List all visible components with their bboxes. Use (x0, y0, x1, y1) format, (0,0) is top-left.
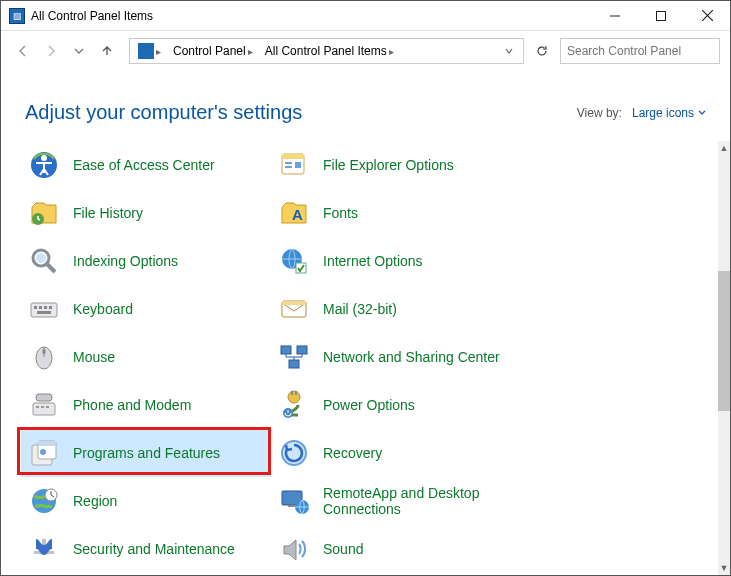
cp-item-programs[interactable]: Programs and Features (21, 429, 271, 477)
cp-item-power[interactable]: Power Options (271, 381, 521, 429)
cp-item-phone-modem[interactable]: Phone and Modem (21, 381, 271, 429)
minimize-button[interactable] (592, 1, 638, 30)
control-panel-root-icon (138, 43, 154, 59)
titlebar: ▧ All Control Panel Items (1, 1, 730, 31)
breadcrumb-control-panel[interactable]: Control Panel ▸ (169, 42, 257, 60)
cp-item-label: Mail (32-bit) (323, 301, 397, 317)
sound-icon (277, 532, 311, 566)
svg-rect-35 (41, 406, 44, 408)
phone-modem-icon (27, 388, 61, 422)
svg-rect-32 (33, 403, 55, 415)
cp-item-label: Phone and Modem (73, 397, 191, 413)
cp-item-label: RemoteApp and Desktop Connections (323, 485, 515, 517)
cp-item-file-explorer-options[interactable]: File Explorer Options (271, 141, 521, 189)
mouse-icon (27, 340, 61, 374)
cp-item-region[interactable]: Region (21, 477, 271, 525)
cp-item-label: Power Options (323, 397, 415, 413)
svg-rect-29 (281, 346, 291, 354)
close-button[interactable] (684, 1, 730, 30)
vertical-scrollbar[interactable]: ▲ ▼ (718, 141, 730, 575)
cp-item-label: Fonts (323, 205, 358, 221)
svg-rect-39 (295, 391, 297, 395)
up-button[interactable] (95, 39, 119, 63)
cp-item-network[interactable]: Network and Sharing Center (271, 333, 521, 381)
svg-rect-7 (282, 154, 304, 159)
scrollbar-thumb[interactable] (718, 271, 730, 411)
svg-text:A: A (292, 206, 303, 223)
search-box[interactable] (560, 38, 720, 64)
keyboard-icon (27, 292, 61, 326)
cp-item-mail[interactable]: Mail (32-bit) (271, 285, 521, 333)
view-by-value: Large icons (632, 106, 694, 120)
chevron-right-icon: ▸ (389, 46, 394, 57)
back-button[interactable] (11, 39, 35, 63)
security-icon (27, 532, 61, 566)
svg-rect-23 (37, 311, 51, 314)
svg-rect-8 (285, 162, 292, 164)
control-panel-icon: ▧ (9, 8, 25, 24)
svg-line-14 (47, 264, 55, 272)
svg-rect-20 (39, 306, 42, 309)
page-title: Adjust your computer's settings (25, 101, 302, 124)
cp-item-sound[interactable]: Sound (271, 525, 521, 573)
address-dropdown-button[interactable] (499, 47, 519, 55)
svg-rect-43 (38, 441, 56, 446)
indexing-icon (27, 244, 61, 278)
scroll-up-button[interactable]: ▲ (718, 141, 730, 155)
chevron-right-icon: ▸ (156, 46, 161, 57)
header: Adjust your computer's settings View by:… (1, 71, 730, 134)
cp-item-file-history[interactable]: File History (21, 189, 271, 237)
internet-icon (277, 244, 311, 278)
search-input[interactable] (567, 44, 713, 58)
cp-item-indexing[interactable]: Indexing Options (21, 237, 271, 285)
breadcrumb-root[interactable]: ▸ (134, 41, 165, 61)
window-title: All Control Panel Items (31, 9, 153, 23)
cp-item-label: Security and Maintenance (73, 541, 235, 557)
svg-point-5 (41, 155, 47, 161)
svg-rect-36 (46, 406, 49, 408)
programs-icon (27, 436, 61, 470)
address-bar[interactable]: ▸ Control Panel ▸ All Control Panel Item… (129, 38, 524, 64)
file-history-icon (27, 196, 61, 230)
navbar: ▸ Control Panel ▸ All Control Panel Item… (1, 31, 730, 71)
recent-locations-button[interactable] (67, 39, 91, 63)
cp-item-security[interactable]: Security and Maintenance (21, 525, 271, 573)
cp-item-label: Ease of Access Center (73, 157, 215, 173)
svg-rect-1 (657, 11, 666, 20)
svg-rect-34 (36, 406, 39, 408)
svg-rect-9 (285, 166, 292, 168)
view-by-dropdown[interactable]: Large icons (632, 106, 706, 120)
cp-item-remoteapp[interactable]: RemoteApp and Desktop Connections (271, 477, 521, 525)
svg-rect-30 (297, 346, 307, 354)
cp-item-label: Keyboard (73, 301, 133, 317)
cp-item-internet[interactable]: Internet Options (271, 237, 521, 285)
cp-item-mouse[interactable]: Mouse (21, 333, 271, 381)
cp-item-fonts[interactable]: AFonts (271, 189, 521, 237)
cp-item-ease-of-access[interactable]: Ease of Access Center (21, 141, 271, 189)
svg-point-15 (36, 253, 46, 263)
svg-rect-18 (31, 303, 57, 317)
svg-rect-22 (49, 306, 52, 309)
cp-item-label: Internet Options (323, 253, 423, 269)
svg-rect-28 (43, 349, 46, 354)
svg-rect-19 (34, 306, 37, 309)
forward-button[interactable] (39, 39, 63, 63)
svg-rect-31 (289, 360, 299, 368)
scroll-down-button[interactable]: ▼ (718, 561, 730, 575)
cp-item-recovery[interactable]: Recovery (271, 429, 521, 477)
cp-item-label: Region (73, 493, 117, 509)
ease-of-access-icon (27, 148, 61, 182)
maximize-button[interactable] (638, 1, 684, 30)
svg-rect-21 (44, 306, 47, 309)
refresh-button[interactable] (528, 38, 556, 64)
chevron-right-icon: ▸ (248, 46, 253, 57)
breadcrumb-all-items[interactable]: All Control Panel Items ▸ (261, 42, 398, 60)
cp-item-keyboard[interactable]: Keyboard (21, 285, 271, 333)
items-grid: Ease of Access CenterFile Explorer Optio… (21, 141, 708, 573)
svg-rect-10 (295, 162, 301, 168)
file-explorer-options-icon (277, 148, 311, 182)
cp-item-label: Network and Sharing Center (323, 349, 500, 365)
region-icon (27, 484, 61, 518)
mail-icon (277, 292, 311, 326)
cp-item-label: File Explorer Options (323, 157, 454, 173)
